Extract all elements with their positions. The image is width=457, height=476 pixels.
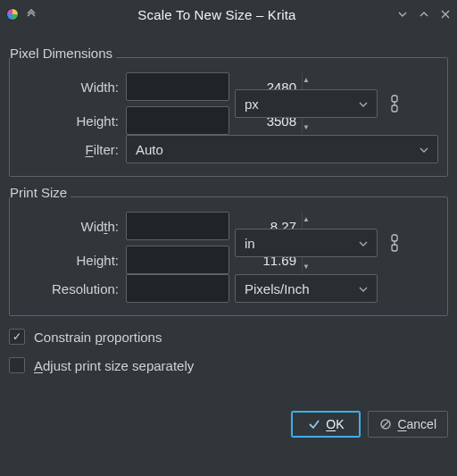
link-icon[interactable] xyxy=(388,95,401,113)
print-unit-combo[interactable]: in xyxy=(235,229,378,257)
resolution-unit-value: Pixels/Inch xyxy=(245,281,310,296)
constrain-proportions-checkbox[interactable]: ✓ Constrain proportions xyxy=(9,329,448,345)
cancel-label: Cancel xyxy=(397,417,436,431)
print-height-label: Height: xyxy=(19,253,126,268)
svg-rect-4 xyxy=(392,235,397,241)
resolution-input[interactable]: ▲▼ xyxy=(126,274,229,303)
filter-combo[interactable]: Auto xyxy=(126,135,438,163)
chevron-down-icon xyxy=(359,281,368,296)
adjust-print-size-checkbox[interactable]: Adjust print size separately xyxy=(9,357,448,373)
print-size-title: Print Size xyxy=(10,185,71,200)
print-width-label: Width: xyxy=(19,219,126,234)
constrain-label: Constrain proportions xyxy=(34,330,162,345)
checkbox-checked-icon: ✓ xyxy=(9,329,25,345)
ok-button[interactable]: OK xyxy=(291,411,361,438)
cancel-icon xyxy=(379,418,392,430)
ok-label: OK xyxy=(326,417,344,431)
pixel-height-label: Height: xyxy=(19,113,126,129)
print-height-input[interactable]: ▲▼ xyxy=(126,246,229,274)
window-title: Scale To New Size – Krita xyxy=(37,7,396,22)
svg-line-8 xyxy=(383,422,389,428)
adjust-label: Adjust print size separately xyxy=(34,358,194,373)
print-size-group: Print Size Width: ▲▼ Height: ▲▼ xyxy=(9,196,448,316)
maximize-icon[interactable] xyxy=(418,8,430,21)
resolution-unit-combo[interactable]: Pixels/Inch xyxy=(235,274,378,303)
pixel-width-input[interactable]: ▲▼ xyxy=(126,72,229,101)
pixel-unit-combo[interactable]: px xyxy=(235,89,378,118)
link-icon[interactable] xyxy=(388,234,401,252)
resolution-label: Resolution: xyxy=(19,281,126,296)
pixel-height-input[interactable]: ▲▼ xyxy=(126,106,229,135)
svg-rect-2 xyxy=(392,105,397,112)
app-icon xyxy=(5,7,20,21)
pixel-width-label: Width: xyxy=(19,79,126,95)
pixel-dimensions-title: Pixel Dimensions xyxy=(10,46,116,61)
chevron-down-icon xyxy=(359,236,368,251)
close-icon[interactable] xyxy=(439,8,452,21)
svg-rect-1 xyxy=(392,96,397,102)
filter-value: Auto xyxy=(136,142,163,157)
more-icon[interactable] xyxy=(25,8,37,21)
print-width-input[interactable]: ▲▼ xyxy=(126,212,229,240)
svg-rect-5 xyxy=(392,245,397,251)
chevron-down-icon xyxy=(359,96,368,112)
checkbox-unchecked-icon xyxy=(9,357,25,373)
check-icon xyxy=(308,418,320,430)
print-unit-value: in xyxy=(245,236,255,251)
pixel-dimensions-group: Pixel Dimensions Width: ▲▼ Height: ▲▼ xyxy=(9,57,448,177)
cancel-button[interactable]: Cancel xyxy=(368,411,448,438)
chevron-down-icon xyxy=(420,142,428,157)
minimize-icon[interactable] xyxy=(396,8,409,21)
titlebar: Scale To New Size – Krita xyxy=(0,0,457,29)
filter-label: Filter: xyxy=(19,142,126,157)
pixel-unit-value: px xyxy=(245,96,259,112)
